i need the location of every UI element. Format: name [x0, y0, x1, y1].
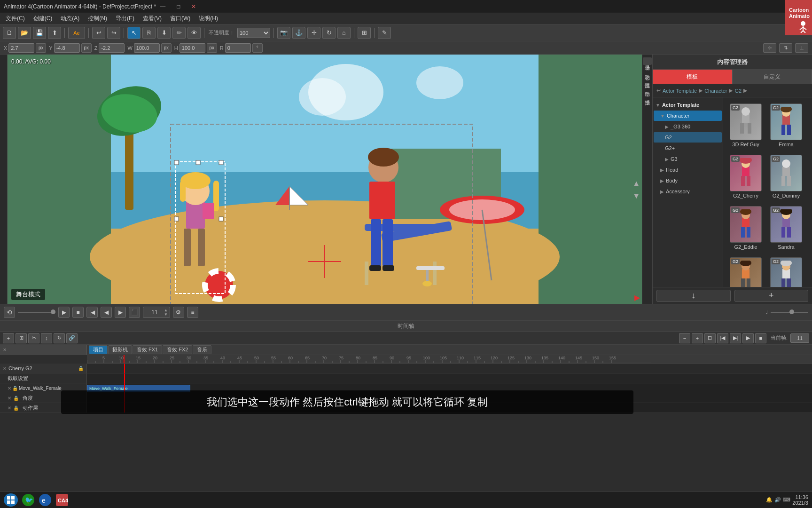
select-tool[interactable]: ↖ [127, 27, 141, 39]
grid-item-saul[interactable]: G2 Saul [727, 255, 765, 287]
menu-item-说明H[interactable]: 说明(H) [195, 14, 222, 24]
opacity-select[interactable]: 100 75 50 25 [237, 28, 270, 38]
tl-move[interactable]: ↕ [41, 333, 52, 343]
tl-stop[interactable]: ■ [755, 333, 766, 343]
list-btn[interactable]: ≡ [187, 307, 198, 318]
h-unit-btn[interactable]: px [207, 43, 217, 53]
tree-character[interactable]: ▼ Character [654, 111, 722, 121]
grid-item-sandra[interactable]: G2 Sandra [767, 204, 805, 252]
menu-item-导出E[interactable]: 导出(E) [112, 14, 138, 24]
track-tab-camera[interactable]: 摄影机 [108, 345, 132, 354]
tree-g3[interactable]: ▶ G3 [654, 154, 722, 164]
tree-body[interactable]: ▶ Body [654, 175, 722, 186]
menu-item-文件C[interactable]: 文件(C) [2, 14, 29, 24]
stop-button[interactable]: ■ [72, 307, 84, 318]
undo-button[interactable]: ↩ [92, 27, 105, 39]
grid-item-3d-ref-guy[interactable]: G2 3D Ref Guy [727, 101, 765, 150]
settings-btn[interactable]: ⚙ [173, 307, 184, 318]
back-icon[interactable]: ↩ [656, 87, 661, 94]
export-button[interactable]: ⬆ [48, 27, 61, 39]
menu-item-控制N[interactable]: 控制(N) [84, 14, 111, 24]
canvas-area[interactable]: 0.00, AVG: 0.00 [8, 55, 642, 304]
grid-item-emma[interactable]: G2 Emma [767, 101, 805, 150]
grid-item-simon[interactable]: G2 Simon [767, 255, 805, 287]
maximize-button[interactable]: □ [173, 2, 184, 11]
track-angle-lock[interactable]: 🔒 [13, 396, 19, 401]
track-tab-project[interactable]: 项目 [89, 345, 108, 354]
home-button[interactable]: ⌂ [337, 27, 351, 39]
camera-button[interactable]: 📷 [277, 27, 290, 39]
tl-split[interactable]: ✂ [28, 333, 39, 343]
w-unit-btn[interactable]: px [161, 43, 172, 53]
tl-zoom-out[interactable]: − [679, 333, 690, 343]
tl-fit[interactable]: ⊡ [704, 333, 716, 343]
track-anim-close[interactable]: ✕ [8, 386, 11, 391]
move-button[interactable]: ✛ [307, 27, 320, 39]
titlebar-controls[interactable]: — □ ✕ [156, 2, 200, 11]
loop-icon-btn[interactable]: ⟲ [4, 307, 15, 318]
frame-input[interactable]: 11 [145, 308, 164, 317]
anchor-align-btn[interactable]: ⊹ [763, 43, 776, 53]
strip-scene[interactable]: 场景 [643, 57, 652, 65]
playback-slider-left[interactable] [18, 312, 55, 313]
eye-tool[interactable]: 👁 [187, 27, 201, 39]
next-button[interactable]: ▶ [115, 307, 126, 318]
start-button[interactable] [4, 493, 18, 507]
track-cherry-lock[interactable]: 🔒 [78, 366, 84, 371]
grid-item-g2-eddie[interactable]: G2 G2_Eddie [727, 204, 765, 252]
grid-item-g2-cherry[interactable]: G2 G2_Cherry [727, 152, 765, 201]
record-button[interactable]: ⬛ [129, 307, 140, 318]
track-tab-sfx2[interactable]: 音效 FX2 [163, 345, 192, 354]
track-tab-music[interactable]: 音乐 [193, 345, 211, 354]
edit-button[interactable]: ✎ [378, 27, 391, 39]
tl-prev-kf[interactable]: |◀ [717, 333, 728, 343]
volume-slider[interactable] [771, 312, 808, 313]
taskbar-ca4[interactable]: CA4 [55, 493, 69, 507]
tree-g3-360[interactable]: ▶ _G3 360 [654, 121, 722, 132]
frame-down[interactable]: ▼ [164, 312, 168, 317]
new-button[interactable]: 🗋 [3, 27, 16, 39]
close-button[interactable]: ✕ [187, 2, 200, 11]
redo-button[interactable]: ↪ [107, 27, 120, 39]
track-tab-sfx1[interactable]: 音效 FX1 [133, 345, 162, 354]
tree-actor-template[interactable]: ▼ Actor Template [654, 100, 722, 110]
track-action-close[interactable]: ✕ [8, 405, 11, 411]
tl-group[interactable]: ⊞ [16, 333, 27, 343]
menu-item-动态A[interactable]: 动态(A) [57, 14, 83, 24]
tl-play[interactable]: ▶ [742, 333, 754, 343]
z-input[interactable] [99, 43, 125, 53]
ae-button[interactable]: Ae [68, 27, 85, 39]
tree-accessory[interactable]: ▶ Accessory [654, 186, 722, 197]
play-button[interactable]: ▶ [58, 307, 70, 318]
track-action-lock[interactable]: 🔒 [13, 405, 19, 411]
download-button[interactable]: ↓ [656, 290, 731, 302]
tab-template[interactable]: 模板 [653, 70, 733, 84]
track-anim-lock[interactable]: 🔒 [12, 386, 18, 391]
eraser-tool[interactable]: ✏ [172, 27, 186, 39]
tl-zoom-in[interactable]: + [692, 333, 703, 343]
rotate-button[interactable]: ↻ [322, 27, 336, 39]
y-input[interactable] [54, 43, 80, 53]
tab-custom[interactable]: 自定义 [733, 70, 812, 84]
breadcrumb-g2[interactable]: G2 [734, 88, 742, 94]
menu-item-创建C[interactable]: 创建(C) [30, 14, 56, 24]
y-unit-btn[interactable]: px [81, 43, 92, 53]
taskbar-ie[interactable]: e [39, 493, 52, 507]
tree-g2plus[interactable]: G2+ [654, 143, 722, 153]
copy-tool[interactable]: ⎘ [142, 27, 156, 39]
tree-g2[interactable]: G2 [654, 132, 722, 143]
menu-item-查看V[interactable]: 查看(V) [139, 14, 165, 24]
tl-loop[interactable]: ↻ [54, 333, 65, 343]
tl-link[interactable]: 🔗 [66, 333, 78, 343]
r-input[interactable] [225, 43, 251, 53]
scroll-down[interactable]: ▼ [632, 192, 640, 200]
strip-shoot[interactable]: 拍摄 [643, 92, 652, 100]
track-close-all[interactable]: ✕ [3, 347, 7, 352]
strip-motion[interactable]: 动态 [643, 67, 652, 74]
taskbar-bird[interactable]: 🐦 [22, 493, 35, 507]
strip-action[interactable]: 动作 [643, 84, 652, 91]
breadcrumb-character[interactable]: Character [704, 88, 727, 94]
paste-tool[interactable]: ⬇ [157, 27, 171, 39]
save-button[interactable]: 💾 [33, 27, 46, 39]
prev-button[interactable]: ◀ [101, 307, 112, 318]
